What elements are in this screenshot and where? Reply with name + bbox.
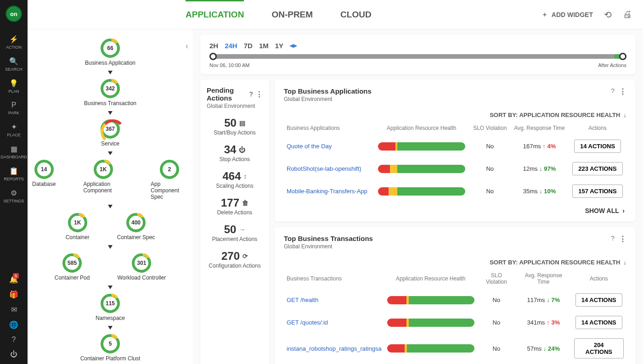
range-24H[interactable]: 24H (225, 42, 237, 50)
range-2H[interactable]: 2H (209, 42, 218, 50)
sort-by[interactable]: SORT BY: APPLICATION RESOURCE HEALTH ↓ (284, 259, 626, 266)
print-icon[interactable]: 🖨 (623, 9, 632, 20)
node-label: Business Application (85, 60, 135, 66)
range-nav-icon[interactable]: ◂▸ (290, 41, 297, 50)
health-bar (378, 187, 465, 196)
nav-plan[interactable]: 💡 PLAN (0, 75, 28, 97)
entity-link[interactable]: RobotShot(se-lab-openshift) (287, 165, 361, 172)
node-container-platform-clust[interactable]: 5 Container Platform Clust (80, 334, 141, 362)
pending-icon: ↕ (244, 173, 247, 180)
arrow-down-icon (108, 326, 113, 330)
timeline-end-label: After Actions (598, 62, 626, 68)
nav-dashboard[interactable]: ▦ DASHBOARD (0, 141, 28, 163)
pending-item[interactable]: 34 ⏻ Stop Actions (207, 143, 263, 162)
arrow-down-icon (108, 245, 113, 249)
table-row: Quote of the Day No 167ms ↑ 4% 14 ACTION… (284, 135, 626, 157)
node-application-component[interactable]: 1K Application Component (83, 160, 123, 200)
pending-item[interactable]: 50 ▤ Start/Buy Actions (207, 117, 263, 136)
node-database[interactable]: 14 Database (32, 160, 56, 200)
nav-reports[interactable]: 📋 REPORTS (0, 163, 28, 185)
timeline-slider[interactable] (209, 54, 626, 59)
node-circle: 2 (160, 160, 179, 179)
more-icon[interactable]: ⋮ (619, 235, 626, 243)
history-icon[interactable]: ⟲ (604, 9, 612, 20)
actions-button[interactable]: 223 ACTIONS (572, 162, 622, 175)
node-container-pod[interactable]: 585 Container Pod (55, 253, 90, 281)
node-circle: 400 (126, 213, 146, 232)
power-icon[interactable]: ⏻ (10, 350, 17, 358)
more-icon[interactable]: ⋮ (619, 87, 626, 96)
pending-item[interactable]: 50 → Placement Actions (207, 223, 263, 242)
help-icon[interactable]: ? (12, 336, 16, 344)
health-bar (387, 319, 474, 327)
node-business-application[interactable]: 66 Business Application (85, 39, 135, 66)
actions-button[interactable]: 14 ACTIONS (574, 140, 621, 153)
range-1Y[interactable]: 1Y (275, 42, 283, 50)
entity-link[interactable]: Mobile-Banking-Transfers-App (287, 188, 367, 195)
tab-cloud[interactable]: CLOUD (340, 1, 372, 28)
node-label: Namespace (96, 315, 125, 321)
entity-link[interactable]: instana_robotshop_ratings_ratingsa (287, 345, 382, 352)
pending-label: Configuration Actions (207, 263, 263, 269)
node-app-component-spec[interactable]: 2 App Component Spec (151, 160, 188, 200)
node-workload-controller[interactable]: 301 Workload Controller (117, 253, 166, 281)
entity-link[interactable]: GET /quotes/:id (287, 319, 328, 326)
node-circle: 585 (62, 253, 82, 273)
add-widget-button[interactable]: ＋ ADD WIDGET (541, 11, 593, 19)
show-all-button[interactable]: SHOW ALL › (284, 202, 626, 214)
tab-on-prem[interactable]: ON-PREM (271, 1, 313, 28)
pending-icon: ▤ (239, 119, 245, 127)
entity-link[interactable]: GET /health (287, 297, 318, 303)
help-icon[interactable]: ? (249, 90, 253, 98)
pending-item[interactable]: 464 ↕ Scaling Actions (207, 170, 263, 189)
arrow-down-icon (108, 111, 113, 115)
tab-application[interactable]: APPLICATION (186, 0, 244, 28)
logo[interactable]: on (6, 6, 22, 22)
pending-count: 177 (221, 196, 239, 209)
nav-label: SETTINGS (3, 199, 24, 203)
col-header: Business Transactions (284, 269, 384, 289)
node-container[interactable]: 1K Container (66, 213, 90, 241)
pending-title: Pending Actions (207, 86, 246, 102)
globe-icon[interactable]: 🌐 (9, 320, 18, 329)
pending-label: Stop Actions (207, 156, 263, 162)
notifications-icon[interactable]: 🔔5 (9, 275, 18, 284)
actions-button[interactable]: 204 ACTIONS (574, 338, 624, 358)
nav-search[interactable]: 🔍 SEARCH (0, 53, 28, 75)
rt-cell: 117ms ↓ 7% (516, 289, 571, 311)
slo-cell: No (470, 157, 510, 180)
collapse-panel-icon[interactable]: ‹ (186, 41, 188, 51)
actions-button[interactable]: 14 ACTIONS (575, 316, 622, 329)
actions-button[interactable]: 14 ACTIONS (575, 293, 622, 307)
node-label: Business Transaction (84, 100, 136, 106)
top-business-transactions-card: Top Business Transactions Global Environ… (275, 227, 636, 364)
sort-by[interactable]: SORT BY: APPLICATION RESOURCE HEALTH ↓ (284, 112, 626, 118)
mail-icon[interactable]: ✉ (11, 305, 17, 314)
park-icon: P (11, 101, 17, 109)
pending-item[interactable]: 270 ⟳ Configuration Actions (207, 250, 263, 269)
nav-place[interactable]: ✦ PLACE (0, 119, 28, 141)
nav-park[interactable]: P PARK (0, 97, 28, 119)
node-namespace[interactable]: 115 Namespace (96, 294, 125, 321)
nav-action[interactable]: ⚡ ACTION (0, 31, 28, 53)
more-icon[interactable]: ⋮ (256, 90, 263, 98)
table-row: GET /quotes/:id No 341ms ↑ 3% 14 ACTIONS (284, 311, 626, 334)
node-container-spec[interactable]: 400 Container Spec (117, 213, 155, 241)
pending-count: 50 (224, 223, 237, 236)
node-business-transaction[interactable]: 342 Business Transaction (84, 79, 136, 106)
arrow-down-icon (108, 151, 113, 155)
rt-cell: 167ms ↑ 4% (510, 135, 569, 157)
entity-link[interactable]: Quote of the Day (287, 143, 332, 150)
help-icon[interactable]: ? (611, 87, 615, 96)
actions-button[interactable]: 157 ACTIONS (572, 185, 622, 198)
gift-icon[interactable]: 🎁 (9, 290, 18, 299)
node-service[interactable]: 367 Service (101, 119, 120, 147)
range-7D[interactable]: 7D (244, 42, 253, 50)
pending-item[interactable]: 177 🗑 Delete Actions (207, 196, 263, 216)
node-circle: 66 (101, 39, 120, 58)
help-icon[interactable]: ? (611, 235, 615, 243)
table-row: Mobile-Banking-Transfers-App No 35ms ↓ 1… (284, 180, 626, 202)
col-header: Actions (569, 121, 626, 135)
nav-settings[interactable]: ⚙ SETTINGS (0, 185, 28, 207)
range-1M[interactable]: 1M (259, 42, 269, 50)
